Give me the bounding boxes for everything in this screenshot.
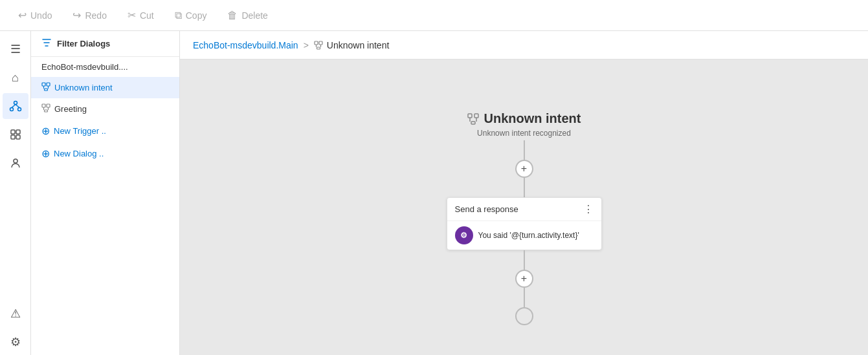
svg-rect-29 xyxy=(471,122,475,124)
flow-card-text: You said '@{turn.activity.text}' xyxy=(478,231,579,240)
breadcrumb-current: Unknown intent xyxy=(314,40,390,50)
svg-point-2 xyxy=(17,108,21,111)
flow-add-btn-1[interactable]: + xyxy=(515,160,533,178)
redo-icon: ↪ xyxy=(72,9,81,21)
svg-rect-16 xyxy=(47,104,50,107)
flow-add-btn-2[interactable]: + xyxy=(515,270,533,288)
cut-button[interactable]: ✂ Cut xyxy=(120,5,162,25)
toolbar: ↩ Undo ↪ Redo ✂ Cut ⧉ Copy 🗑 Delete xyxy=(0,0,868,31)
sidebar-header: Filter Dialogs xyxy=(31,31,179,57)
users-icon xyxy=(9,156,22,169)
delete-icon: 🗑 xyxy=(227,10,238,21)
svg-rect-7 xyxy=(11,135,15,139)
flow-header: Unknown intent Unknown intent recognized xyxy=(467,111,581,138)
svg-rect-14 xyxy=(45,89,48,91)
content-area: EchoBot-msdevbuild.Main > Unknown intent xyxy=(180,31,868,355)
sidebar-item-unknown-intent[interactable]: Unknown intent xyxy=(31,77,179,98)
main-layout: ☰ ⌂ ⚠ ⚙ xyxy=(0,31,868,355)
undo-icon: ↩ xyxy=(18,9,27,21)
flow-card-header: Send a response ⋮ xyxy=(447,198,601,221)
undo-button[interactable]: ↩ Undo xyxy=(10,5,60,25)
dialogs-icon xyxy=(9,100,22,113)
nav-menu-icon[interactable]: ☰ xyxy=(3,36,28,62)
new-dialog-action[interactable]: ⊕ New Dialog .. xyxy=(31,142,179,165)
breadcrumb-link[interactable]: EchoBot-msdevbuild.Main xyxy=(193,40,298,50)
svg-point-0 xyxy=(14,102,17,105)
svg-point-9 xyxy=(14,159,17,163)
flow-card: Send a response ⋮ ⚙ You said '@{turn.act… xyxy=(447,197,602,250)
dialog-icon-greeting xyxy=(41,103,50,114)
new-trigger-icon: ⊕ xyxy=(41,125,50,137)
svg-rect-20 xyxy=(315,41,318,45)
nav-home[interactable]: ⌂ xyxy=(3,65,28,91)
flow-line-2 xyxy=(524,178,525,197)
dialog-icon-unknown xyxy=(41,82,50,93)
entities-icon xyxy=(9,128,22,141)
svg-rect-11 xyxy=(47,83,50,86)
flow-diagram: Unknown intent Unknown intent recognized… xyxy=(447,111,602,325)
flow-title-container: Unknown intent xyxy=(467,111,581,126)
svg-rect-6 xyxy=(16,130,20,134)
svg-line-4 xyxy=(16,105,19,108)
flow-line-4 xyxy=(524,288,525,307)
svg-rect-10 xyxy=(42,83,45,86)
flow-card-menu-icon[interactable]: ⋮ xyxy=(583,203,594,215)
icon-nav: ☰ ⌂ ⚠ ⚙ xyxy=(0,31,31,355)
svg-rect-24 xyxy=(317,47,320,49)
breadcrumb-separator: > xyxy=(304,40,309,50)
svg-point-1 xyxy=(10,108,13,111)
svg-rect-21 xyxy=(319,41,322,45)
svg-rect-15 xyxy=(42,104,45,107)
copy-icon: ⧉ xyxy=(175,10,182,21)
flow-end-node xyxy=(515,307,533,325)
sidebar: Filter Dialogs EchoBot-msdevbuild.... Un… xyxy=(31,31,180,355)
nav-settings[interactable]: ⚙ xyxy=(3,329,28,355)
new-trigger-action[interactable]: ⊕ New Trigger .. xyxy=(31,120,179,142)
svg-line-3 xyxy=(12,105,16,108)
canvas: Unknown intent Unknown intent recognized… xyxy=(180,59,868,355)
sidebar-item-greeting[interactable]: Greeting xyxy=(31,98,179,120)
flow-title-icon xyxy=(467,113,479,125)
svg-rect-5 xyxy=(11,130,15,134)
new-dialog-icon: ⊕ xyxy=(41,147,50,160)
breadcrumb-dialog-icon xyxy=(314,41,323,50)
nav-users[interactable] xyxy=(3,150,28,176)
cut-icon: ✂ xyxy=(128,9,136,21)
flow-card-body: ⚙ You said '@{turn.activity.text}' xyxy=(447,221,601,250)
flow-line-1 xyxy=(524,140,525,160)
filter-icon xyxy=(41,38,52,50)
redo-button[interactable]: ↪ Redo xyxy=(65,5,114,25)
flow-line-3 xyxy=(524,250,525,270)
flow-subtitle: Unknown intent recognized xyxy=(477,129,571,138)
nav-entities[interactable] xyxy=(3,122,28,147)
nav-alerts[interactable]: ⚠ xyxy=(3,301,28,327)
breadcrumb: EchoBot-msdevbuild.Main > Unknown intent xyxy=(180,31,868,59)
sidebar-bot-name[interactable]: EchoBot-msdevbuild.... xyxy=(31,57,179,77)
copy-button[interactable]: ⧉ Copy xyxy=(167,6,215,25)
svg-rect-26 xyxy=(474,114,478,118)
svg-rect-19 xyxy=(45,110,48,112)
nav-dialogs[interactable] xyxy=(3,93,28,119)
flow-card-avatar: ⚙ xyxy=(455,226,473,244)
svg-rect-8 xyxy=(16,135,20,139)
svg-rect-25 xyxy=(468,114,472,118)
delete-button[interactable]: 🗑 Delete xyxy=(219,6,275,25)
